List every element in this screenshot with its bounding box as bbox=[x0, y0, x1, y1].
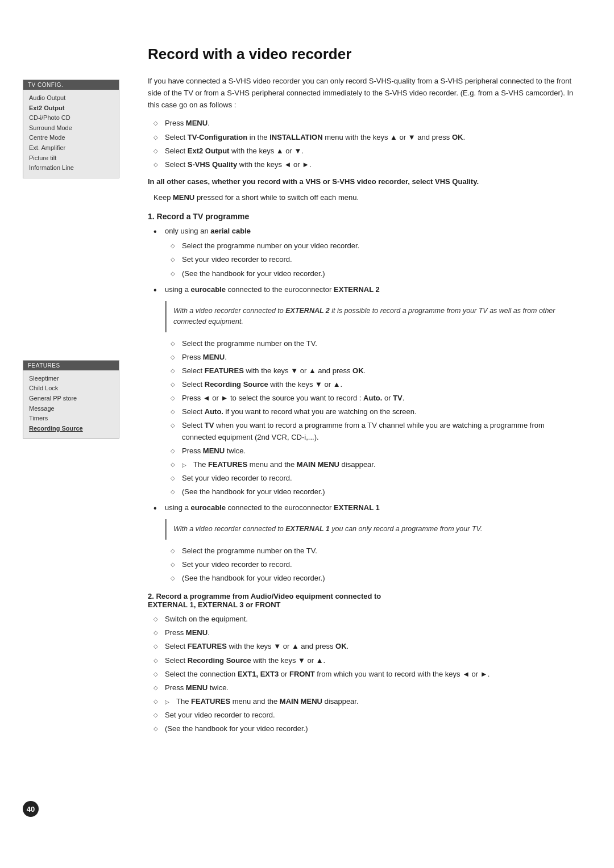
menu-item-info-line: Information Line bbox=[29, 163, 113, 173]
menu-item-picture-tilt: Picture tilt bbox=[29, 153, 113, 164]
bullet-eurocable-ext2: using a eurocable connected to the euroc… bbox=[154, 284, 580, 498]
features-menu-box: FEATURES Sleeptimer Child Lock General P… bbox=[23, 360, 119, 439]
ext2-step-11: (See the handbook for your video recorde… bbox=[171, 486, 580, 498]
page-number: 40 bbox=[23, 801, 39, 817]
menu-item-centre-mode: Centre Mode bbox=[29, 133, 113, 143]
intro-paragraph: If you have connected a S-VHS video reco… bbox=[148, 76, 580, 111]
section1-bullets: only using an aerial cable Select the pr… bbox=[154, 226, 580, 584]
step-select-tv-config: Select TV-Configuration in the INSTALLAT… bbox=[154, 132, 580, 143]
menu-item-sleeptimer: Sleeptimer bbox=[29, 374, 113, 384]
features-content: Sleeptimer Child Lock General PP store M… bbox=[23, 370, 119, 439]
menu-item-recording-source: Recording Source bbox=[29, 424, 113, 434]
sec2-step-5: Select the connection EXT1, EXT3 or FRON… bbox=[154, 669, 580, 680]
sec2-step-7-triangle: The FEATURES menu and the MAIN MENU disa… bbox=[165, 696, 580, 707]
tv-config-header: TV CONFIG. bbox=[23, 80, 119, 90]
section1-title: 1. Record a TV programme bbox=[148, 212, 580, 221]
sec2-step-8: Set your video recorder to record. bbox=[154, 710, 580, 721]
menu-item-ext2-output: Ext2 Output bbox=[29, 103, 113, 114]
ext2-step-10: Set your video recorder to record. bbox=[171, 473, 580, 484]
menu-item-ext-amplifier: Ext. Amplifier bbox=[29, 143, 113, 153]
sec2-step-9: (See the handbook for your video recorde… bbox=[154, 723, 580, 735]
menu-item-child-lock: Child Lock bbox=[29, 383, 113, 394]
ext2-step-3: Select FEATURES with the keys ▼ or ▲ and… bbox=[171, 365, 580, 377]
important-box-ext2: With a video recorder connected to EXTER… bbox=[165, 301, 580, 332]
step-press-menu: Press MENU. bbox=[154, 118, 580, 129]
aerial-steps: Select the programme number on your vide… bbox=[171, 240, 580, 279]
ext1-step-1: Select the programme number on the TV. bbox=[171, 545, 580, 557]
initial-steps-list: Press MENU. Select TV-Configuration in t… bbox=[154, 118, 580, 170]
ext1-step-3: (See the handbook for your video recorde… bbox=[171, 573, 580, 584]
menu-item-cd-photo: CD-i/Photo CD bbox=[29, 113, 113, 123]
ext2-steps: Select the programme number on the TV. P… bbox=[171, 338, 580, 498]
section2-title: 2. Record a programme from Audio/Video e… bbox=[148, 592, 580, 609]
section2: 2. Record a programme from Audio/Video e… bbox=[148, 592, 580, 735]
ext2-step-9: The FEATURES menu and the MAIN MENU disa… bbox=[171, 459, 580, 470]
sec2-step-7: The FEATURES menu and the MAIN MENU disa… bbox=[154, 696, 580, 707]
aerial-step-3: (See the handbook for your video recorde… bbox=[171, 268, 580, 279]
ext2-step-6: Select Auto. if you want to record what … bbox=[171, 406, 580, 418]
features-header: FEATURES bbox=[23, 361, 119, 370]
sec2-step-4: Select Recording Source with the keys ▼ … bbox=[154, 655, 580, 666]
ext2-step-9-triangle: The FEATURES menu and the MAIN MENU disa… bbox=[182, 459, 580, 470]
menu-item-audio-output: Audio Output bbox=[29, 93, 113, 103]
important-box-ext1: With a video recorder connected to EXTER… bbox=[165, 519, 580, 539]
bullet-eurocable-ext1: using a eurocable connected to the euroc… bbox=[154, 502, 580, 584]
ext2-step-7: Select TV when you want to record a prog… bbox=[171, 420, 580, 443]
bullet-aerial: only using an aerial cable Select the pr… bbox=[154, 226, 580, 279]
section2-steps: Switch on the equipment. Press MENU. Sel… bbox=[154, 614, 580, 735]
ext1-step-2: Set your video recorder to record. bbox=[171, 559, 580, 570]
ext2-step-4: Select Recording Source with the keys ▼ … bbox=[171, 379, 580, 390]
ext2-step-2: Press MENU. bbox=[171, 352, 580, 363]
main-content: Record with a video recorder If you have… bbox=[131, 34, 614, 834]
ext2-step-5: Press ◄ or ► to select the source you wa… bbox=[171, 393, 580, 404]
sec2-step-3: Select FEATURES with the keys ▼ or ▲ and… bbox=[154, 641, 580, 652]
sec2-step-1: Switch on the equipment. bbox=[154, 614, 580, 625]
step-select-svhs: Select S-VHS Quality with the keys ◄ or … bbox=[154, 159, 580, 170]
sec2-step-6: Press MENU twice. bbox=[154, 682, 580, 694]
page-title: Record with a video recorder bbox=[148, 45, 580, 63]
aerial-step-2: Set your video recorder to record. bbox=[171, 254, 580, 265]
page: TV CONFIG. Audio Output Ext2 Output CD-i… bbox=[0, 0, 614, 868]
menu-item-surround-mode: Surround Mode bbox=[29, 123, 113, 133]
ext2-step-8: Press MENU twice. bbox=[171, 445, 580, 457]
ext2-step-1: Select the programme number on the TV. bbox=[171, 338, 580, 349]
tv-config-menu-box: TV CONFIG. Audio Output Ext2 Output CD-i… bbox=[23, 80, 119, 178]
menu-item-general-pp-store: General PP store bbox=[29, 394, 113, 404]
left-sidebar: TV CONFIG. Audio Output Ext2 Output CD-i… bbox=[0, 34, 131, 834]
warning-text: In all other cases, whether you record w… bbox=[148, 176, 580, 187]
tv-config-content: Audio Output Ext2 Output CD-i/Photo CD S… bbox=[23, 90, 119, 178]
keep-menu-note: Keep MENU pressed for a short while to s… bbox=[154, 193, 580, 202]
ext1-steps: Select the programme number on the TV. S… bbox=[171, 545, 580, 584]
menu-item-timers: Timers bbox=[29, 414, 113, 424]
step-select-ext2: Select Ext2 Output with the keys ▲ or ▼. bbox=[154, 145, 580, 157]
menu-item-message: Message bbox=[29, 404, 113, 414]
sec2-step-2: Press MENU. bbox=[154, 627, 580, 639]
aerial-step-1: Select the programme number on your vide… bbox=[171, 240, 580, 252]
